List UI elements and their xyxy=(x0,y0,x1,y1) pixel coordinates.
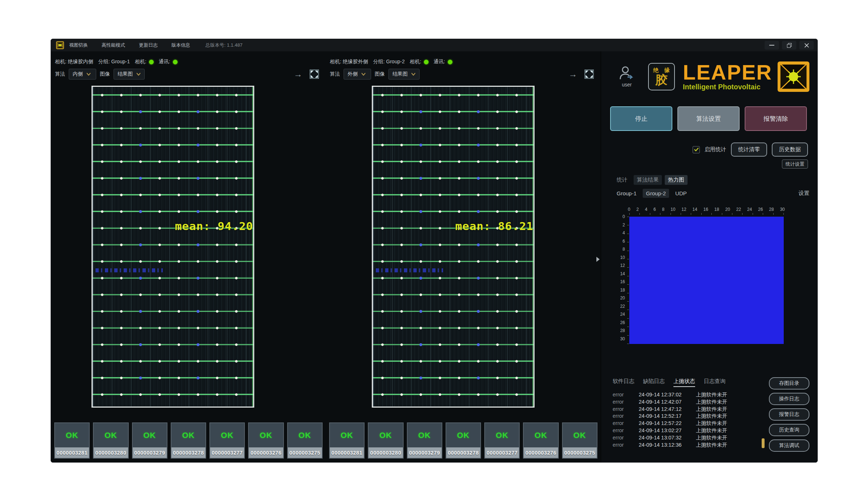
tab-group-2[interactable]: Group-2 xyxy=(643,189,669,198)
ok-tile[interactable]: OK 0000003277 xyxy=(209,422,245,459)
chevron-down-icon xyxy=(361,73,366,76)
x-tick-label: 20 xyxy=(725,207,730,212)
log-level: error xyxy=(613,413,639,420)
camera1-algo-select[interactable]: 内侧 xyxy=(69,69,96,80)
camera2-image-label: 图像 xyxy=(375,71,385,77)
camera1-overlay-annotation xyxy=(95,268,163,272)
stats-settings-button[interactable]: 统计设置 xyxy=(782,159,808,169)
tab-group-1[interactable]: Group-1 xyxy=(613,189,640,198)
camera2-image-value: 结果图 xyxy=(392,71,408,77)
tab-statistics[interactable]: 统计 xyxy=(613,175,631,185)
ok-tile[interactable]: OK 0000003281 xyxy=(54,422,90,459)
ok-tile[interactable]: OK 0000003278 xyxy=(446,422,481,459)
ok-tile[interactable]: OK 0000003275 xyxy=(287,422,323,459)
minimize-button[interactable] xyxy=(765,41,779,50)
camera-block-inner: 相机: 绝缘胶内侧 分组: Group-1 相机: 通讯: 算法 xyxy=(51,51,326,462)
x-tick-label: 24 xyxy=(747,207,752,212)
close-icon xyxy=(804,43,809,48)
fullscreen-icon[interactable] xyxy=(584,69,594,79)
menu-version-info[interactable]: 版本信息 xyxy=(171,42,190,48)
stats-clear-button[interactable]: 统计清零 xyxy=(731,142,767,157)
restore-button[interactable] xyxy=(782,41,796,50)
ok-tile[interactable]: OK 0000003276 xyxy=(523,422,558,459)
ok-tile[interactable]: OK 0000003281 xyxy=(329,422,365,459)
camera1-algo-value: 内侧 xyxy=(73,71,83,77)
send-arrow-icon[interactable]: → xyxy=(569,70,577,78)
desktop: 视图切换 高性能模式 更新日志 版本信息 总版本号: 1.1.487 相机: 绝… xyxy=(0,0,868,502)
send-arrow-icon[interactable]: → xyxy=(294,70,302,78)
y-tick-label: 12 xyxy=(620,263,625,268)
algo-debug-button[interactable]: 算法调试 xyxy=(769,439,809,452)
ok-tile[interactable]: OK 0000003280 xyxy=(368,422,403,459)
restore-icon xyxy=(787,43,791,47)
heatmap-plot-area[interactable] xyxy=(629,217,784,344)
x-tick-label: 28 xyxy=(769,207,774,212)
tile-serial: 0000003278 xyxy=(171,447,205,458)
heatmap-x-axis: 024681012141618202224262830 xyxy=(628,207,785,212)
panel-collapse-handle[interactable] xyxy=(596,257,600,262)
ok-tile[interactable]: OK 0000003279 xyxy=(132,422,167,459)
tile-serial: 0000003276 xyxy=(249,447,283,458)
camera1-mean-value: mean: 94.20 xyxy=(175,220,253,233)
close-button[interactable] xyxy=(799,41,814,50)
camera1-result-image[interactable]: mean: 94.20 xyxy=(92,86,254,408)
stop-button[interactable]: 停止 xyxy=(610,106,672,131)
tab-algo-result[interactable]: 算法结果 xyxy=(634,175,662,185)
minimize-icon xyxy=(769,45,774,46)
camera2-algo-select[interactable]: 外侧 xyxy=(344,69,371,80)
ok-tile[interactable]: OK 0000003278 xyxy=(171,422,206,459)
x-tick-label: 12 xyxy=(681,207,686,212)
stats-row: 启用统计 统计清零 历史数据 xyxy=(693,142,808,157)
tab-upload-status[interactable]: 上抛状态 xyxy=(673,378,695,387)
log-level: error xyxy=(613,442,639,449)
log-level: error xyxy=(613,406,639,413)
result-tabs: 统计 算法结果 热力图 xyxy=(613,175,688,185)
x-tick-label: 14 xyxy=(693,207,697,212)
history-query-button[interactable]: 历史查询 xyxy=(769,424,809,436)
version-label: 总版本号: 1.1.487 xyxy=(205,42,243,48)
menu-high-performance[interactable]: 高性能模式 xyxy=(102,42,125,48)
tab-software-log[interactable]: 软件日志 xyxy=(613,378,634,387)
menu-view-switch[interactable]: 视图切换 xyxy=(69,42,88,48)
ok-tile[interactable]: OK 0000003276 xyxy=(248,422,284,459)
camera2-result-image[interactable]: mean: 86.21 xyxy=(372,86,535,408)
tile-status: OK xyxy=(485,423,519,447)
history-data-button[interactable]: 历史数据 xyxy=(772,142,808,157)
alarm-log-button[interactable]: 报警日志 xyxy=(769,408,809,421)
brand-name: LEAPER xyxy=(683,62,772,82)
tile-serial: 0000003281 xyxy=(330,447,364,458)
enable-stats-checkbox[interactable] xyxy=(693,146,700,153)
menu-changelog[interactable]: 更新日志 xyxy=(139,42,158,48)
tile-status: OK xyxy=(524,423,558,447)
camera1-image-label: 图像 xyxy=(100,71,110,77)
fullscreen-icon[interactable] xyxy=(310,69,319,79)
tab-log-query[interactable]: 日志查询 xyxy=(704,378,726,387)
operation-log-button[interactable]: 操作日志 xyxy=(769,393,809,405)
y-tick-label: 16 xyxy=(620,279,625,284)
x-tick-label: 22 xyxy=(736,207,741,212)
heatmap-y-axis: 024681012141618202224262830 xyxy=(614,214,625,341)
tile-serial: 0000003275 xyxy=(288,447,322,458)
camera2-image-select[interactable]: 结果图 xyxy=(388,69,420,80)
alarm-clear-button[interactable]: 报警清除 xyxy=(745,106,807,131)
y-tick-label: 10 xyxy=(620,255,625,260)
ok-tile[interactable]: OK 0000003275 xyxy=(562,422,597,459)
ok-tile[interactable]: OK 0000003277 xyxy=(484,422,520,459)
titlebar: 视图切换 高性能模式 更新日志 版本信息 总版本号: 1.1.487 xyxy=(51,39,817,51)
ok-tile[interactable]: OK 0000003280 xyxy=(93,422,128,459)
ok-tile[interactable]: OK 0000003279 xyxy=(407,422,442,459)
heatmap-settings-link[interactable]: 设置 xyxy=(799,190,809,197)
log-level: error xyxy=(613,420,639,427)
log-scrollbar-thumb[interactable] xyxy=(762,438,765,448)
tab-heatmap[interactable]: 热力图 xyxy=(665,175,688,185)
user-switch[interactable]: user xyxy=(615,66,639,88)
algorithm-settings-button[interactable]: 算法设置 xyxy=(677,106,740,131)
save-dir-button[interactable]: 存图目录 xyxy=(769,377,809,390)
tile-serial: 0000003279 xyxy=(408,447,442,458)
tile-status: OK xyxy=(210,423,244,447)
brand-row: user 绝 缘 胶 LEAPER Intelligent Photovolta… xyxy=(615,56,810,98)
camera1-image-select[interactable]: 结果图 xyxy=(114,69,145,80)
tab-udp[interactable]: UDP xyxy=(672,189,690,198)
tab-defect-log[interactable]: 缺陷日志 xyxy=(643,378,665,387)
log-buttons: 存图目录 操作日志 报警日志 历史查询 算法调试 xyxy=(769,377,809,452)
